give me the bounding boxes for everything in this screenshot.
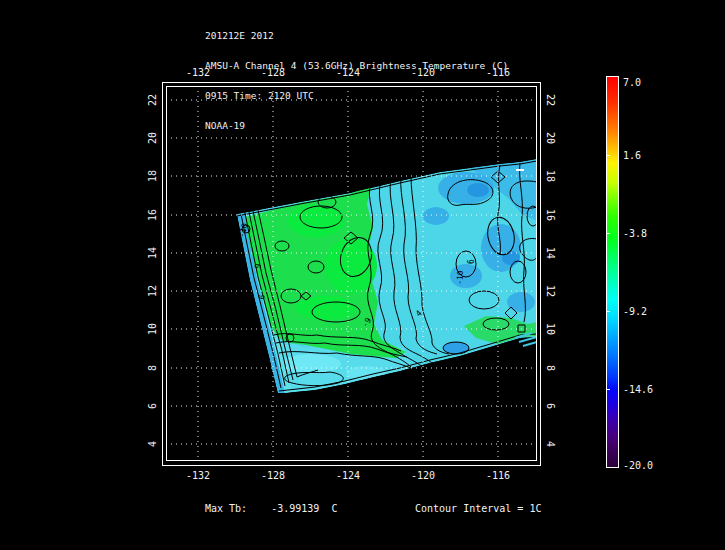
- contour-label: -10: [455, 270, 465, 285]
- x-tick-label-top: -124: [326, 67, 370, 78]
- contour-label: 6: [467, 259, 476, 264]
- x-tick-label-bottom: -132: [176, 470, 220, 481]
- y-tick-label-right: 22: [545, 94, 556, 106]
- x-tick-label-bottom: -124: [326, 470, 370, 481]
- x-tick-label-bottom: -120: [401, 470, 445, 481]
- map-plot: -10 9 6 -9 4 6 -10: [166, 86, 537, 461]
- y-tick-label-left: 14: [147, 247, 158, 259]
- x-tick-label-bottom: -116: [476, 470, 520, 481]
- contour-interval-annotation: Contour Interval = 1C: [415, 503, 541, 514]
- title-line-dataset: 201212E 2012: [205, 31, 508, 41]
- y-tick-label-right: 12: [545, 285, 556, 297]
- colorbar-label: 7.0: [623, 77, 641, 88]
- satellite-swath: [237, 159, 537, 393]
- colorbar-label: -9.2: [623, 306, 647, 317]
- y-tick-label-left: 12: [147, 285, 158, 297]
- max-tb-annotation: Max Tb: -3.99139 C: [205, 503, 337, 514]
- colorbar-tick: [607, 311, 610, 312]
- colorbar-tick: [607, 233, 610, 234]
- colorbar-label: -20.0: [623, 460, 653, 471]
- x-tick-label-top: -128: [251, 67, 295, 78]
- colorbar-label: 1.6: [623, 150, 641, 161]
- y-tick-label-right: 16: [545, 209, 556, 221]
- colorbar-tick: [607, 155, 610, 156]
- colorbar: [606, 76, 619, 468]
- y-tick-label-left: 18: [147, 170, 158, 182]
- y-tick-label-left: 20: [147, 132, 158, 144]
- y-tick-label-right: 4: [545, 441, 556, 447]
- y-tick-label-right: 14: [545, 247, 556, 259]
- x-tick-label-top: -120: [401, 67, 445, 78]
- plot-canvas: 201212E 2012 AMSU-A Channel 4 (53.6GHz) …: [0, 0, 725, 550]
- y-tick-label-left: 16: [147, 209, 158, 221]
- x-tick-label-bottom: -128: [251, 470, 295, 481]
- y-tick-label-left: 4: [147, 441, 158, 447]
- y-tick-label-right: 8: [545, 365, 556, 371]
- y-tick-label-right: 20: [545, 132, 556, 144]
- x-tick-label-top: -132: [176, 67, 220, 78]
- colorbar-label: -14.6: [623, 384, 653, 395]
- y-tick-label-left: 10: [147, 323, 158, 335]
- y-tick-label-right: 6: [545, 403, 556, 409]
- y-tick-label-left: 6: [147, 403, 158, 409]
- y-tick-label-left: 22: [147, 94, 158, 106]
- colorbar-tick: [607, 389, 610, 390]
- colorbar-label: -3.8: [623, 228, 647, 239]
- x-tick-label-top: -116: [476, 67, 520, 78]
- y-tick-label-left: 8: [147, 365, 158, 371]
- y-tick-label-right: 10: [545, 323, 556, 335]
- y-tick-label-right: 18: [545, 170, 556, 182]
